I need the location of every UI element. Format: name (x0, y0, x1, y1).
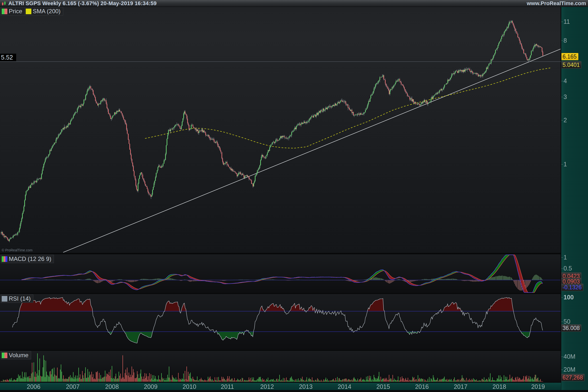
x-axis-year-label: 2017 (454, 383, 468, 390)
price-legend-label: Price (9, 8, 22, 15)
value-tag-36.008: 36.008 (561, 324, 582, 332)
macd-swatch-icon (2, 256, 7, 262)
y-axis-tick-label: 2 (564, 116, 567, 124)
y-axis-tick-label: 11 (564, 18, 570, 25)
x-axis-year-label: 2007 (66, 383, 80, 390)
x-axis-year-label: 2015 (376, 383, 390, 390)
y-axis-tick-label: 3 (564, 93, 567, 100)
level-price-tag: 5.52 (0, 54, 16, 61)
y-axis-tick-label: 50 (564, 318, 570, 325)
time-axis[interactable] (0, 383, 561, 390)
y-axis-tick-label: 4 (564, 78, 567, 84)
x-axis-year-label: 2008 (105, 383, 119, 390)
y-axis-tick-label: 8 (564, 37, 567, 44)
rsi-legend[interactable]: RSI (14) (1, 294, 33, 303)
y-axis-tick-label: 100 (564, 294, 574, 301)
x-axis-year-label: 2019 (531, 383, 545, 390)
y-axis-tick-label: 1 (564, 254, 567, 261)
value-tag-6.165: 6.165 (561, 53, 578, 60)
bottom-strip (0, 390, 588, 392)
title-bar: ALTRI SGPS Weekly 6.165 (-3.67%) 20-May-… (0, 0, 588, 7)
sma-legend-item[interactable]: SMA (200) (25, 7, 63, 15)
sma-swatch-icon (26, 8, 31, 14)
volume-swatch-icon (2, 352, 7, 358)
rsi-legend-label: RSI (14) (9, 295, 30, 302)
website-link[interactable]: www.ProRealTime.com (527, 0, 586, 6)
x-axis-year-label: 2011 (221, 383, 234, 390)
x-axis-year-label: 2006 (27, 383, 40, 390)
chart-plot-area[interactable] (0, 0, 588, 392)
chart-title: ALTRI SGPS Weekly 6.165 (-3.67%) 20-May-… (8, 0, 156, 6)
prorealtime-chart-window: ALTRI SGPS Weekly 6.165 (-3.67%) 20-May-… (0, 0, 588, 392)
y-axis-tick-label: 20M (564, 366, 576, 373)
candlestick-icon (2, 1, 6, 6)
macd-legend[interactable]: MACD (12 26 9) (1, 255, 54, 263)
x-axis-year-label: 2018 (492, 383, 506, 390)
price-swatch-icon (2, 8, 7, 14)
x-axis-year-label: 2016 (415, 383, 429, 390)
rsi-swatch-icon (2, 296, 7, 302)
x-axis-year-label: 2009 (144, 383, 158, 390)
price-legend-item[interactable]: Price (1, 7, 25, 15)
x-axis-year-label: 2010 (182, 383, 196, 390)
value-tag-627268: 627,268 (561, 374, 584, 381)
watermark: © ProRealTime.com (2, 248, 32, 252)
value-tag-5.0401: 5.0401 (561, 61, 582, 68)
y-axis-tick-label: 0.5 (564, 265, 572, 272)
value-tag--0.1326: -0.1326 (561, 284, 583, 291)
price-legend[interactable]: Price SMA (200) (1, 7, 63, 16)
horizontal-level-line[interactable] (0, 62, 561, 62)
y-axis-tick-label: 1 (564, 161, 567, 168)
y-axis-tick-label: 40M (564, 353, 576, 360)
volume-legend-label: Volume (9, 352, 28, 359)
volume-legend[interactable]: Volume (1, 351, 31, 360)
sma-legend-label: SMA (200) (33, 8, 60, 15)
x-axis-year-label: 2013 (299, 383, 312, 390)
x-axis-year-label: 2012 (260, 383, 274, 390)
x-axis-year-label: 2014 (338, 383, 351, 390)
macd-legend-label: MACD (12 26 9) (9, 256, 51, 262)
